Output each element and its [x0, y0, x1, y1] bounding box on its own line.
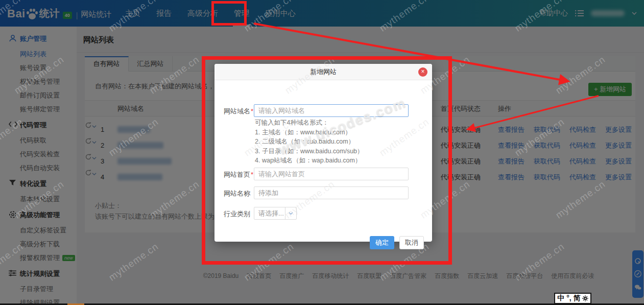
ime-text: 中 °, 简	[557, 294, 580, 303]
annotation-box-modal	[202, 56, 452, 265]
annotation-box-manage-menu	[211, 1, 247, 26]
ime-language-bar[interactable]: 中 °, 简	[554, 293, 591, 304]
gear-icon[interactable]	[582, 295, 588, 301]
